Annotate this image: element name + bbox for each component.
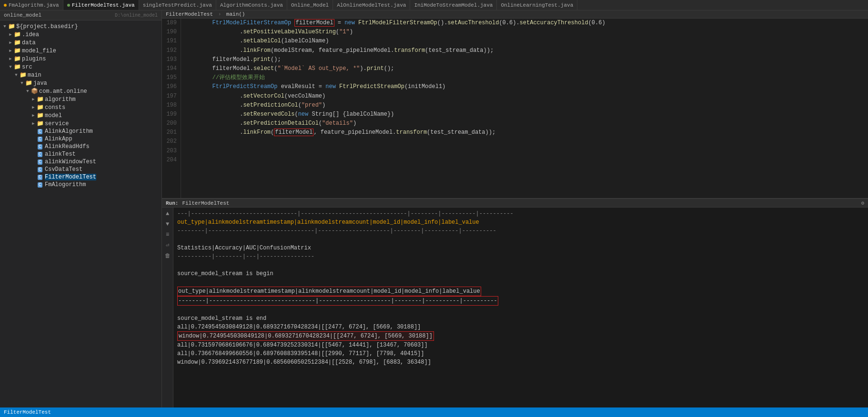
console-line bbox=[177, 278, 864, 287]
tree-item-consts[interactable]: ▶📁consts bbox=[0, 103, 161, 111]
code-line: .setReservedCols(new String[] {labelColN… bbox=[185, 110, 864, 119]
console-output: ---|-------------------------------|----… bbox=[173, 208, 868, 407]
code-lines[interactable]: FtrlModelFilterStreamOp filterModel = ne… bbox=[181, 19, 868, 198]
console-window-highlight: window|0.7249545030849128|0.689327167042… bbox=[177, 331, 434, 341]
code-line: .setLabelCol(labelColName) bbox=[185, 37, 864, 46]
tab-AlgorithmConsts_java[interactable]: AlgorithmConsts.java bbox=[216, 0, 287, 10]
tree-label: service bbox=[45, 120, 69, 127]
project-path: D:\online_model bbox=[115, 13, 158, 18]
tree-item-data[interactable]: ▶📁data bbox=[0, 39, 161, 47]
up-arrow-icon[interactable]: ▲ bbox=[163, 209, 172, 218]
tree-label: java bbox=[33, 80, 47, 87]
tree-icon-folder: 📁 bbox=[13, 31, 21, 38]
tree-icon-folder: 📁 bbox=[13, 47, 21, 54]
tree-icon-folder: 📁 bbox=[36, 96, 44, 103]
tab-dot bbox=[4, 4, 7, 7]
tree-arrow: ▶ bbox=[8, 48, 13, 53]
trash-icon[interactable]: 🗑 bbox=[163, 251, 172, 260]
tree-icon-folder: 📁 bbox=[19, 71, 27, 79]
tab-Online_Model[interactable]: Online_Model bbox=[287, 0, 333, 10]
console-line: out_type|alinkmodelstreamtimestamp|alink… bbox=[177, 287, 864, 296]
tree-arrow: ▶ bbox=[8, 40, 13, 45]
tree-item-alinktest[interactable]: CalinkTest bbox=[0, 150, 161, 158]
tree-label: AlinkAlgorithm bbox=[45, 128, 93, 135]
sidebar-content[interactable]: ▼📁${project.basedir}▶📁.idea▶📁data▶📁model… bbox=[0, 20, 161, 407]
bottom-sidebar: ▲ ▼ ≡ ⏎ 🗑 bbox=[162, 208, 173, 407]
tree-item-alinkalgorithm[interactable]: CAlinkAlgorithm bbox=[0, 128, 161, 135]
tab-dot bbox=[67, 4, 70, 7]
tree-item-com_amt_online[interactable]: ▼📦com.amt.online bbox=[0, 87, 161, 95]
console-line: ---|-------------------------------|----… bbox=[177, 209, 864, 218]
project-name: online_model bbox=[4, 12, 41, 18]
console-highlight-divider: --------|-------------------------------… bbox=[177, 296, 498, 306]
wrap-icon[interactable]: ⏎ bbox=[163, 241, 172, 249]
tree-item-_idea[interactable]: ▶📁.idea bbox=[0, 30, 161, 39]
tree-arrow: ▼ bbox=[13, 73, 19, 78]
tree-label: com.amt.online bbox=[39, 88, 87, 95]
tree-item-algorithm[interactable]: ▶📁algorithm bbox=[0, 95, 161, 103]
code-line: .setPredictionDetailCol("details") bbox=[185, 119, 864, 128]
code-line: FtrlModelFilterStreamOp filterModel = ne… bbox=[185, 19, 864, 28]
tree-item-src[interactable]: ▼📁src bbox=[0, 63, 161, 71]
tree-arrow: ▶ bbox=[30, 121, 36, 126]
code-line: filterModel.select("`Model` AS out_type,… bbox=[185, 64, 864, 73]
status-bar: FilterModelTest bbox=[0, 407, 868, 417]
tab-FilterModelTest_java[interactable]: FilterModelTest.java bbox=[63, 0, 139, 10]
tree-item-plugins[interactable]: ▶📁plugins bbox=[0, 55, 161, 63]
tree-icon-folder: 📁 bbox=[13, 39, 21, 46]
tree-label: FmAlogorithm bbox=[45, 181, 86, 188]
gear-icon[interactable]: ⚙ bbox=[861, 200, 864, 206]
console-line: source_model_stream is end bbox=[177, 314, 864, 323]
console-line: out_type|alinkmodelstreamtimestamp|alink… bbox=[177, 218, 864, 227]
sidebar-header: online_model D:\online_model bbox=[0, 10, 161, 20]
tree-item-alinkreadhdfs[interactable]: CAlinkReadHdfs bbox=[0, 143, 161, 150]
tree-item-fmalogorithm[interactable]: CFmAlogorithm bbox=[0, 181, 161, 189]
line-number: 197 bbox=[166, 92, 177, 101]
breadcrumb-method: main() bbox=[226, 11, 245, 17]
status-text: FilterModelTest bbox=[4, 409, 51, 415]
tree-item-alinkapp[interactable]: CAlinkApp bbox=[0, 135, 161, 143]
tree-label: .idea bbox=[22, 31, 39, 38]
console-line: --------|-------------------------------… bbox=[177, 227, 864, 235]
tree-item-java[interactable]: ▼📁java bbox=[0, 79, 161, 87]
console-line: all|0.7366768499660556|0.689760883939514… bbox=[177, 349, 864, 358]
tree-arrow: ▼ bbox=[19, 81, 25, 86]
code-line: filterModel.print(); bbox=[185, 55, 864, 64]
tree-label: consts bbox=[45, 104, 65, 111]
code-line: .setVectorCol(vecColName) bbox=[185, 92, 864, 101]
run-label: FilterModelTest bbox=[182, 200, 229, 206]
editor-area: FilterModelTest › main() 189190191192193… bbox=[162, 10, 868, 407]
tree-item-main[interactable]: ▼📁main bbox=[0, 71, 161, 79]
tree-item-model_file[interactable]: ▶📁model_file bbox=[0, 47, 161, 55]
code-line: .linkFrom(modelStream, feature_pipelineM… bbox=[185, 46, 864, 55]
tab-IniModeToStreamModel_java[interactable]: IniModeToStreamModel.java bbox=[410, 0, 497, 10]
line-number: 193 bbox=[166, 55, 177, 64]
tree-label: CsvDataTest bbox=[45, 166, 82, 173]
tab-FmAlgorithm_java[interactable]: FmAlgorithm.java bbox=[0, 0, 63, 10]
console-line: window|0.7249545030849128|0.689327167042… bbox=[177, 331, 864, 341]
tree-label: alinkWindowTest bbox=[45, 159, 96, 165]
tree-label: plugins bbox=[22, 56, 46, 62]
tree-item-alinkwindowtest[interactable]: CalinkWindowTest bbox=[0, 158, 161, 166]
down-arrow-icon[interactable]: ▼ bbox=[163, 220, 172, 228]
tab-AlOnlineModelTest_java[interactable]: AlOnlineModelTest.java bbox=[333, 0, 410, 10]
tree-label: src bbox=[22, 64, 32, 70]
tree-item-service[interactable]: ▶📁service bbox=[0, 119, 161, 128]
tree-item-filtermodeltest[interactable]: CFilterModelTest bbox=[0, 173, 161, 181]
tree-icon-java: C bbox=[36, 151, 44, 158]
tree-label: algorithm bbox=[45, 96, 76, 103]
editor-content[interactable]: FilterModelTest › main() 189190191192193… bbox=[162, 10, 868, 198]
filter-icon[interactable]: ≡ bbox=[163, 230, 172, 239]
tree-item-model[interactable]: ▶📁model bbox=[0, 111, 161, 119]
tab-singleTestPredict_java[interactable]: singleTestPredict.java bbox=[139, 0, 216, 10]
line-number: 196 bbox=[166, 82, 177, 91]
tree-item-__project_basedir_[interactable]: ▼📁${project.basedir} bbox=[0, 22, 161, 30]
code-line: .linkFrom(filterModel, feature_pipelineM… bbox=[185, 128, 864, 137]
code-view: 1891901911921931941951961971981992002012… bbox=[162, 19, 868, 198]
tree-item-csvdatatest[interactable]: CCsvDataTest bbox=[0, 166, 161, 173]
console-highlight-header: out_type|alinkmodelstreamtimestamp|alink… bbox=[177, 287, 481, 296]
bottom-main: ▲ ▼ ≡ ⏎ 🗑 ---|--------------------------… bbox=[162, 208, 868, 407]
tab-OnlineLearningTest_java[interactable]: OnlineLearningTest.java bbox=[497, 0, 577, 10]
code-line: FtrlPredictStreamOp evalResult = new Ftr… bbox=[185, 82, 864, 91]
tree-arrow: ▼ bbox=[2, 24, 8, 29]
